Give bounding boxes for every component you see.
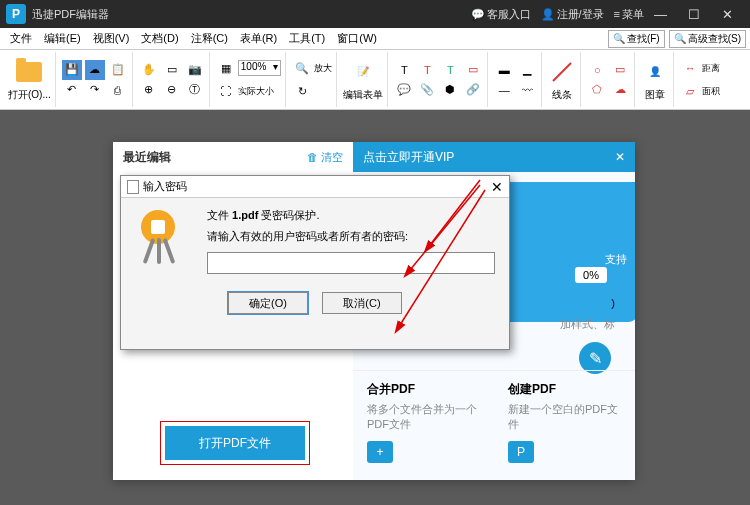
edit-form-button[interactable]: 📝 编辑表单 — [343, 58, 383, 102]
text-select-icon[interactable]: Ⓣ — [185, 80, 205, 100]
link-icon[interactable]: 🔗 — [463, 80, 483, 100]
main-menu-button[interactable]: ≡ 菜单 — [614, 7, 644, 22]
box-icon[interactable]: ▭ — [463, 60, 483, 80]
page-layout-icon[interactable]: ▦ — [216, 58, 236, 78]
titlebar: P 迅捷PDF编辑器 💬 客服入口 👤 注册/登录 ≡ 菜单 — ☐ ✕ — [0, 0, 750, 28]
cancel-button[interactable]: 取消(C) — [322, 292, 402, 314]
pencil-icon — [549, 59, 575, 85]
create-desc: 新建一个空白的PDF文件 — [508, 402, 621, 433]
snapshot-icon[interactable]: 📷 — [185, 60, 205, 80]
cloud-icon[interactable]: ☁ — [85, 60, 105, 80]
svg-line-0 — [553, 63, 571, 81]
menu-edit[interactable]: 编辑(E) — [38, 29, 87, 48]
distance-icon[interactable]: ↔ — [680, 58, 700, 78]
find-button[interactable]: 🔍 查找(F) — [608, 30, 665, 48]
sticky-note-icon[interactable]: 💬 — [394, 80, 414, 100]
menu-annotate[interactable]: 注释(C) — [185, 29, 234, 48]
highlight-text-icon[interactable]: T — [440, 60, 460, 80]
feature-text: 加样式、标 — [560, 317, 615, 332]
vip-close-icon[interactable]: ✕ — [615, 150, 625, 164]
maximize-button[interactable]: ☐ — [688, 7, 712, 22]
vip-title[interactable]: 点击立即开通VIP — [363, 149, 454, 166]
folder-icon — [16, 62, 42, 82]
create-title: 创建PDF — [508, 381, 621, 398]
zoom-out-icon[interactable]: ⊖ — [162, 80, 182, 100]
dialog-close-button[interactable]: ✕ — [491, 179, 503, 195]
create-icon: P — [508, 441, 534, 463]
menu-view[interactable]: 视图(V) — [87, 29, 136, 48]
menu-file[interactable]: 文件 — [4, 29, 38, 48]
select-icon[interactable]: ▭ — [162, 60, 182, 80]
stamp-icon[interactable]: ⬢ — [440, 80, 460, 100]
squiggly-icon[interactable]: 〰 — [517, 80, 537, 100]
actual-size-label[interactable]: 实际大小 — [238, 85, 274, 98]
zoom-in-icon[interactable]: ⊕ — [139, 80, 159, 100]
merge-desc: 将多个文件合并为一个PDF文件 — [367, 402, 480, 433]
print-icon[interactable]: ⎙ — [108, 80, 128, 100]
password-dialog: 输入密码 ✕ 文件 1.pdf 受密码保护. 请输入有效的用户密码或者所有者的密… — [120, 175, 510, 350]
create-pdf-card[interactable]: 创建PDF 新建一个空白的PDF文件 P — [494, 370, 635, 480]
enter-password-prompt: 请输入有效的用户密码或者所有者的密码: — [207, 229, 495, 244]
rect-icon[interactable]: ▭ — [610, 60, 630, 80]
area-icon[interactable]: ▱ — [680, 81, 700, 101]
app-title: 迅捷PDF编辑器 — [32, 7, 471, 22]
redo-icon[interactable]: ↷ — [85, 80, 105, 100]
line-tool-button[interactable]: 线条 — [548, 58, 576, 102]
menu-tools[interactable]: 工具(T) — [283, 29, 331, 48]
customer-service-link[interactable]: 💬 客服入口 — [471, 7, 531, 22]
save-icon[interactable]: 💾 — [62, 60, 82, 80]
menu-document[interactable]: 文档(D) — [135, 29, 184, 48]
rotate-icon[interactable]: ↻ — [292, 81, 312, 101]
protected-message: 文件 1.pdf 受密码保护. — [207, 208, 495, 223]
support-label: 支持 — [605, 252, 627, 267]
attach-icon[interactable]: 📎 — [417, 80, 437, 100]
minimize-button[interactable]: — — [654, 7, 678, 22]
circle-icon[interactable]: ○ — [587, 60, 607, 80]
highlight-icon[interactable]: ▬ — [494, 60, 514, 80]
close-button[interactable]: ✕ — [722, 7, 746, 22]
close-d: ) — [611, 297, 615, 309]
recent-title: 最近编辑 — [123, 149, 171, 166]
menubar: 文件 编辑(E) 视图(V) 文档(D) 注释(C) 表单(R) 工具(T) 窗… — [0, 28, 750, 50]
hand-icon[interactable]: ✋ — [139, 60, 159, 80]
stamp-button[interactable]: 👤 图章 — [641, 58, 669, 102]
merge-title: 合并PDF — [367, 381, 480, 398]
clear-recent-link[interactable]: 🗑 清空 — [307, 150, 343, 165]
zoom-combo[interactable]: 100% — [238, 60, 282, 76]
app-logo-icon: P — [6, 4, 26, 24]
dialog-title: 输入密码 — [143, 179, 187, 194]
document-icon — [127, 180, 139, 194]
login-link[interactable]: 👤 注册/登录 — [541, 7, 604, 22]
password-input[interactable] — [207, 252, 495, 274]
open-pdf-button[interactable]: 打开PDF文件 — [165, 426, 305, 460]
merge-icon: + — [367, 441, 393, 463]
text-tool-icon[interactable]: T — [394, 60, 414, 80]
zoom-enlarge-icon[interactable]: 🔍 — [292, 58, 312, 78]
textbox-icon[interactable]: T — [417, 60, 437, 80]
progress-pct: 0% — [575, 267, 607, 283]
menu-window[interactable]: 窗口(W) — [331, 29, 383, 48]
strikeout-icon[interactable]: — — [494, 80, 514, 100]
copy-icon[interactable]: 📋 — [108, 60, 128, 80]
advanced-find-button[interactable]: 🔍 高级查找(S) — [669, 30, 746, 48]
undo-icon[interactable]: ↶ — [62, 80, 82, 100]
ok-button[interactable]: 确定(O) — [228, 292, 308, 314]
underline-icon[interactable]: ▁ — [517, 60, 537, 80]
fit-icon[interactable]: ⛶ — [216, 81, 236, 101]
menu-form[interactable]: 表单(R) — [234, 29, 283, 48]
open-button[interactable]: 打开(O)... — [8, 58, 51, 102]
polygon-icon[interactable]: ⬠ — [587, 80, 607, 100]
cloud-shape-icon[interactable]: ☁ — [610, 80, 630, 100]
keys-lock-icon — [135, 208, 195, 268]
merge-pdf-card[interactable]: 合并PDF 将多个文件合并为一个PDF文件 + — [353, 370, 494, 480]
toolbar: 打开(O)... 💾 ☁ 📋 ↶ ↷ ⎙ ✋ ▭ 📷 ⊕ ⊖ Ⓣ ▦ — [0, 50, 750, 110]
